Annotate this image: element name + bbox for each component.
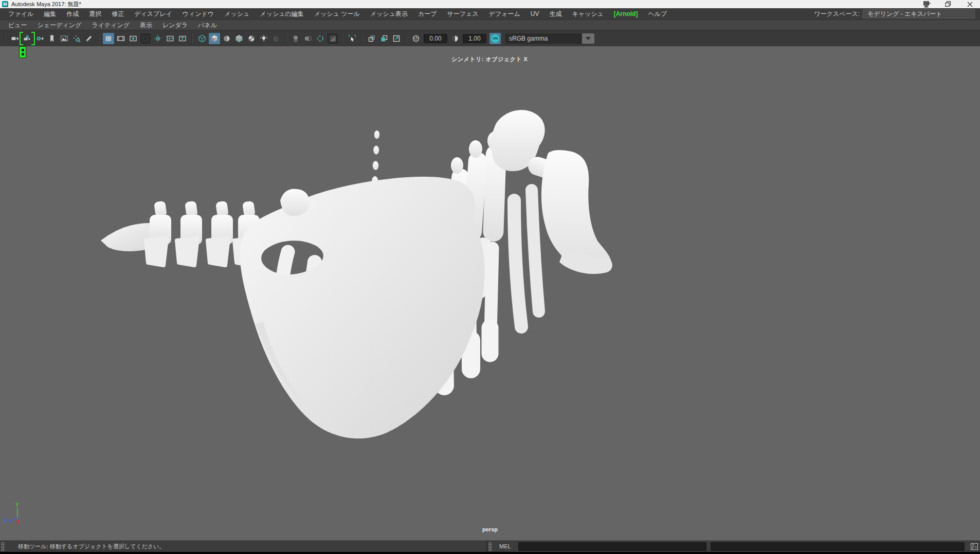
toolbar-separator (406, 33, 407, 44)
menu-generate[interactable]: 生成 (544, 8, 567, 20)
bookmark-icon[interactable] (46, 33, 58, 44)
contrast-field[interactable]: 1.00 (463, 34, 486, 43)
use-all-lights-icon[interactable] (258, 33, 269, 44)
monitor-icon[interactable] (922, 1, 931, 8)
image-plane-icon[interactable] (59, 33, 70, 44)
drag-grip-icon[interactable] (488, 542, 492, 551)
panel-menu-view[interactable]: ビュー (3, 20, 32, 30)
svg-text:X: X (16, 519, 20, 525)
gamma-dropdown-value: sRGB gamma (505, 33, 582, 44)
menu-mesh-display[interactable]: メッシュ表示 (365, 8, 413, 20)
close-window-button[interactable] (966, 1, 974, 8)
shaded-display-icon[interactable] (209, 33, 220, 44)
main-menu-bar: ファイル編集作成選択修正ディスプレイウィンドウメッシュメッシュの編集メッシュ ツ… (0, 8, 980, 20)
workspace-selector[interactable]: モデリング - エキスパート (863, 9, 975, 19)
safe-title-icon[interactable] (177, 33, 188, 44)
workspace-label: ワークスペース: (814, 10, 860, 19)
toolbar-separator (192, 33, 193, 44)
chevron-down-icon[interactable] (582, 33, 594, 44)
menu-windows[interactable]: ウィンドウ (177, 8, 219, 20)
menu-surfaces[interactable]: サーフェス (442, 8, 483, 20)
maya-logo-icon: M (2, 1, 8, 7)
selection-highlighting-icon[interactable] (347, 33, 358, 44)
panel-menu-panels[interactable]: パネル (193, 20, 222, 30)
maya-window: M Autodesk Maya 2017: 無題* ファイル編集作成選択修正ディ… (0, 0, 980, 554)
gamma-toggle-button[interactable]: ON (489, 33, 501, 44)
on-badge: ON (491, 34, 499, 43)
window-title: Autodesk Maya 2017: 無題* (11, 1, 922, 8)
menu-help[interactable]: ヘルプ (643, 8, 672, 20)
viewport[interactable]: シンメトリ: オブジェクト X Y Z X persp (0, 46, 980, 540)
script-editor-icon[interactable] (970, 543, 978, 550)
menu-edit-mesh[interactable]: メッシュの編集 (255, 8, 308, 20)
menu-file[interactable]: ファイル (3, 8, 39, 20)
panel-menu-items: ビューシェーディングライティング表示レンダラパネル (3, 20, 222, 30)
panel-menu-shading[interactable]: シェーディング (32, 20, 87, 30)
isolate-add-selected-icon[interactable] (378, 33, 390, 44)
toolbar-separator (361, 33, 362, 44)
help-line-text: 移動ツール: 移動するオブジェクトを選択してください。 (8, 543, 165, 550)
help-line: 移動ツール: 移動するオブジェクトを選択してください。 (0, 541, 487, 552)
menu-mesh-tools[interactable]: メッシュ ツール (309, 8, 365, 20)
command-line-bar: MEL (487, 541, 980, 552)
skeleton-model[interactable] (0, 46, 980, 540)
menu-select[interactable]: 選択 (84, 8, 106, 20)
menu-display[interactable]: ディスプレイ (129, 8, 177, 20)
gate-mask-icon[interactable] (140, 33, 151, 44)
tearoff-indicator[interactable] (19, 46, 26, 58)
grid-toggle-icon[interactable] (103, 33, 114, 44)
wireframe-display-icon[interactable] (196, 33, 208, 44)
perspective-camera-icon[interactable] (9, 33, 21, 44)
menu-mesh[interactable]: メッシュ (219, 8, 255, 20)
camera-attributes-icon[interactable] (34, 33, 45, 44)
window-controls (922, 1, 978, 8)
menu-create[interactable]: 作成 (61, 8, 84, 20)
pan-zoom-tool-icon[interactable] (71, 33, 82, 44)
camera-name-label: persp (482, 526, 498, 532)
field-chart-icon[interactable] (152, 33, 164, 44)
motion-blur-icon[interactable] (302, 33, 314, 44)
menu-cache[interactable]: キャッシュ (567, 8, 608, 20)
panel-menu-lighting[interactable]: ライティング (86, 20, 135, 30)
menu-deform[interactable]: デフォーム (484, 8, 525, 20)
toolbar-separator (285, 33, 286, 44)
anti-aliasing-icon[interactable] (315, 33, 326, 44)
toolbar-separator (342, 33, 343, 44)
status-row: 移動ツール: 移動するオブジェクトを選択してください。 MEL (0, 540, 980, 552)
window-bottom-edge (0, 552, 980, 554)
transparency-quality-icon[interactable] (327, 33, 338, 44)
exposure-icon (410, 33, 422, 44)
menu-edit[interactable]: 編集 (39, 8, 61, 20)
use-default-material-icon[interactable] (246, 33, 257, 44)
restore-window-button[interactable] (944, 1, 952, 8)
panel-menu-show[interactable]: 表示 (135, 20, 157, 30)
menu-uv[interactable]: UV (525, 8, 545, 20)
symmetry-hud: シンメトリ: オブジェクト X (451, 56, 528, 63)
safe-action-icon[interactable] (165, 33, 176, 44)
menu-modify[interactable]: 修正 (106, 8, 129, 20)
mel-language-toggle[interactable]: MEL (499, 543, 511, 549)
mel-command-input[interactable] (518, 542, 706, 551)
lock-camera-icon[interactable] (22, 33, 33, 44)
command-result-field[interactable] (711, 542, 965, 551)
exposure-field[interactable]: 0.00 (424, 34, 447, 43)
film-gate-icon[interactable] (115, 33, 126, 44)
svg-text:Z: Z (4, 518, 7, 524)
shadows-toggle-icon[interactable] (270, 33, 282, 44)
contrast-icon (449, 33, 461, 44)
gamma-dropdown[interactable]: sRGB gamma (505, 33, 594, 44)
isolate-select-icon[interactable] (366, 33, 377, 44)
textured-display-icon[interactable] (233, 33, 245, 44)
drag-grip-icon[interactable] (1, 542, 5, 551)
panel-menu-renderer[interactable]: レンダラ (157, 20, 193, 30)
menu-curves[interactable]: カーブ (413, 8, 442, 20)
svg-text:Y: Y (15, 502, 19, 508)
resolution-gate-icon[interactable] (128, 33, 139, 44)
isolate-remove-selected-icon[interactable] (391, 33, 402, 44)
workspace-switcher: ワークスペース: モデリング - エキスパート (814, 9, 980, 19)
wireframe-on-shaded-icon[interactable] (221, 33, 232, 44)
toolbar-separator (98, 33, 99, 44)
grease-pencil-icon[interactable] (83, 33, 95, 44)
menu-arnold[interactable]: [Arnold] (609, 8, 643, 20)
ambient-occlusion-icon[interactable] (290, 33, 301, 44)
